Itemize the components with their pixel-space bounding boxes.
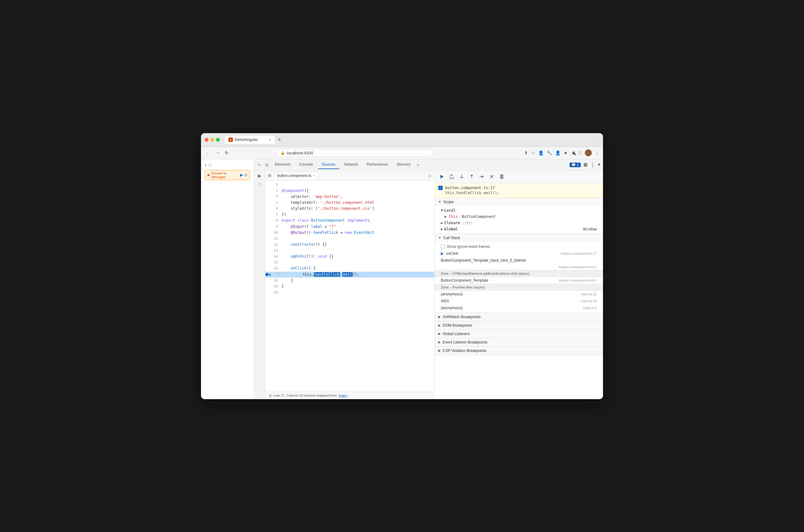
tab-network[interactable]: Network <box>340 160 362 169</box>
user-avatar[interactable] <box>585 149 592 156</box>
line-content-17: this.handleClick.emit(); <box>285 272 359 278</box>
call-stack-item-anon1[interactable]: (anonymous) main.ts:15 <box>435 291 603 298</box>
code-editor[interactable]: 2 3 @Component({ 4 <box>265 180 434 392</box>
window-controls: ⌄ <box>596 137 599 142</box>
tab-favicon: A <box>229 137 233 142</box>
debugger-sections[interactable]: ▼ Scope ▼ Local ▶ <box>435 198 603 399</box>
source-map-link[interactable]: main.j <box>339 394 348 397</box>
line-num-8: 8 <box>269 218 282 224</box>
file-tab-button-component[interactable]: button.component.ts × <box>274 172 319 179</box>
forward-button[interactable]: → <box>214 150 221 156</box>
file-tab-bar: ⊞ button.component.ts × ▷ <box>265 171 434 180</box>
xhr-breakpoints-header[interactable]: ▶ XHR/fetch Breakpoints <box>435 313 603 321</box>
notifications-badge[interactable]: 💬 1 <box>570 163 580 167</box>
this-value: ButtonComponent <box>462 214 496 219</box>
code-line-11: 11 <box>265 236 434 242</box>
sidebar-filesystem-icon[interactable]: □ <box>258 182 261 187</box>
url-bar[interactable]: 🔒 localhost:4200 <box>276 149 433 157</box>
bp-info-row: ✓ button.component.ts:17 <box>438 186 599 190</box>
pause-on-exception-button[interactable] <box>498 173 505 180</box>
status-text: Line 17, Column 10 (source mapped from <box>273 394 337 397</box>
step-over-icon[interactable]: ⊙ <box>244 173 247 177</box>
step-out-button[interactable] <box>468 173 475 180</box>
dom-breakpoints-header[interactable]: ▶ DOM Breakpoints <box>435 321 603 329</box>
event-listener-header[interactable]: ▶ Event Listener Breakpoints <box>435 338 603 346</box>
add-file-icon[interactable]: ⊞ <box>268 173 271 178</box>
window-resize-icon[interactable]: ⌄ <box>596 137 599 142</box>
tab-sources[interactable]: Sources <box>318 160 339 169</box>
step-button[interactable] <box>478 173 485 180</box>
maximize-button[interactable] <box>216 138 220 141</box>
new-tab-button[interactable]: + <box>276 137 283 143</box>
code-line-8: 8 export class ButtonComponent implement… <box>265 217 434 224</box>
back-button[interactable]: ← <box>205 150 212 156</box>
line-num-11: 11 <box>269 236 282 242</box>
scope-header[interactable]: ▼ Scope <box>435 198 603 206</box>
share-icon[interactable]: ⬆ <box>524 150 528 155</box>
bookmark2-icon[interactable]: ★ <box>563 150 568 155</box>
call-stack-item-onclick[interactable]: ▶ onClick button.component.ts:17 <box>435 250 603 257</box>
global-listeners-header[interactable]: ▶ Global Listeners <box>435 330 603 338</box>
csp-violation-breakpoints-section: ▶ CSP Violation Breakpoints <box>435 347 603 355</box>
line-num-16: 16 <box>269 266 282 271</box>
call-stack-item-html1[interactable]: button.component.html:1 <box>435 264 603 270</box>
deactivate-breakpoints-button[interactable] <box>488 173 495 180</box>
csp-violation-header[interactable]: ▶ CSP Violation Breakpoints <box>435 347 603 355</box>
address-bar: ← → ↻ 🔒 localhost:4200 ⬆ ☆ 👤 🔧 👤 ★ 🔌 □ ⋮ <box>201 147 603 159</box>
settings-icon[interactable]: ⚙ <box>583 162 588 168</box>
sidebar-navigate-icon[interactable]: ▶ <box>258 173 261 178</box>
url-text: localhost:4200 <box>287 151 313 155</box>
inspect-element-icon[interactable]: ↖ <box>257 161 263 169</box>
global-label: Global <box>444 227 458 231</box>
add-element-btn[interactable]: + □ <box>205 163 250 168</box>
file-tab-close-icon[interactable]: × <box>313 174 315 177</box>
tab-performance[interactable]: Performance <box>363 160 392 169</box>
pause-text: Paused in debugger <box>211 171 239 179</box>
line-content-9: @Input() label = "?" <box>282 224 336 230</box>
ignore-checkbox[interactable] <box>441 244 445 248</box>
devtools-close-icon[interactable]: × <box>598 162 600 168</box>
step-over-button[interactable] <box>448 173 455 180</box>
tab-elements[interactable]: Elements <box>271 160 294 169</box>
extension2-icon[interactable]: 🔧 <box>547 150 552 155</box>
step-into-button[interactable] <box>458 173 465 180</box>
call-stack-item-template[interactable]: ButtonComponent_Template button.componen… <box>435 277 603 284</box>
more-options-icon[interactable]: ⋮ <box>595 150 599 155</box>
closure-section-header[interactable]: ▶ Closure (355) <box>435 220 603 226</box>
call-stack-item-template-listener[interactable]: ButtonComponent_Template_input_click_0_l… <box>435 257 603 264</box>
resume-icon[interactable]: ▶ <box>240 173 243 177</box>
call-stack-item-anon2[interactable]: (anonymous) main.js:2 <box>435 304 603 311</box>
scope-item-this[interactable]: ▶ this: ButtonComponent <box>435 213 603 220</box>
devtools-more-icon[interactable]: ⋮ <box>590 162 595 168</box>
tab-memory[interactable]: Memory <box>393 160 414 169</box>
bookmark-icon[interactable]: ☆ <box>531 150 535 155</box>
device-toggle-icon[interactable]: ⊡ <box>264 161 270 169</box>
page-panel: + □ ▶ Paused in debugger ▶ ⊙ <box>201 159 254 399</box>
call-stack-header[interactable]: ▼ Call Stack <box>435 234 603 242</box>
breakpoint-indicator-17[interactable] <box>265 273 269 276</box>
more-tabs-icon[interactable]: » <box>416 161 420 169</box>
minimize-button[interactable] <box>210 138 214 141</box>
extension-icon[interactable]: 👤 <box>538 150 543 155</box>
add-icon: + <box>205 163 207 168</box>
line-content-19: } <box>282 284 284 289</box>
step-forward-icon[interactable]: ▷ <box>428 173 432 178</box>
tab-close-icon[interactable]: × <box>269 138 271 141</box>
devtools-icon[interactable]: □ <box>579 150 582 155</box>
reload-button[interactable]: ↻ <box>224 150 230 156</box>
profile-icon[interactable]: 👤 <box>555 150 560 155</box>
extensions3-icon[interactable]: 🔌 <box>571 150 576 155</box>
active-tab[interactable]: A DemoAngular × <box>225 136 275 144</box>
code-line-3: 3 @Component({ <box>265 188 434 194</box>
resume-button[interactable] <box>438 173 445 180</box>
format-icon[interactable]: {} <box>269 394 271 397</box>
paused-in-debugger-badge: ▶ Paused in debugger ▶ ⊙ <box>205 170 250 180</box>
close-button[interactable] <box>205 138 209 141</box>
tab-console[interactable]: Console <box>295 160 317 169</box>
bp-checkbox[interactable]: ✓ <box>438 186 443 190</box>
call-stack-item-4431[interactable]: 4431 main.ts:13 <box>435 298 603 304</box>
global-section-header[interactable]: ▶ Global Window <box>435 226 603 232</box>
local-section-header[interactable]: ▼ Local <box>435 207 603 213</box>
devtools-body: ▶ □ ⊞ button.component.ts × ▷ <box>254 171 603 399</box>
line-num-14: 14 <box>269 254 282 260</box>
